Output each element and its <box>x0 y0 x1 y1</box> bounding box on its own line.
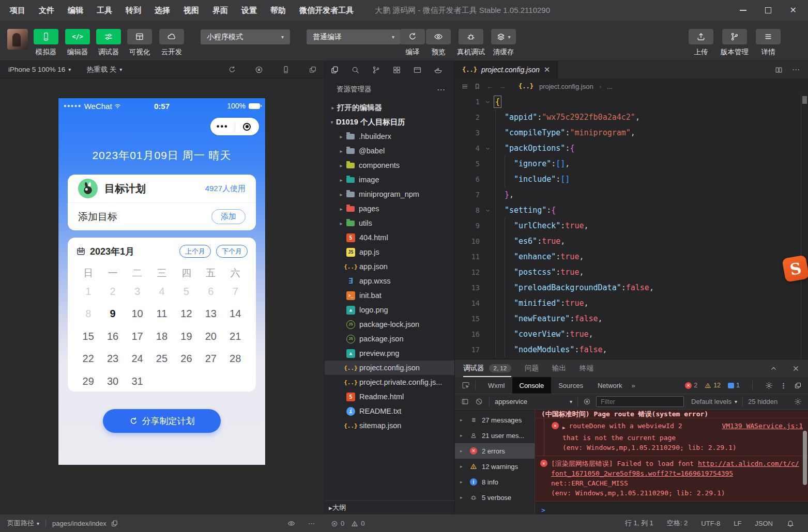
calendar-day[interactable]: 20 <box>199 331 223 342</box>
menu-item[interactable]: 视图 <box>177 0 206 21</box>
console-filter-8 info[interactable]: ▸i8 info <box>455 474 535 490</box>
menu-item[interactable]: 转到 <box>119 0 148 21</box>
calendar-day[interactable]: 7 <box>223 286 248 298</box>
inspect-icon[interactable] <box>455 381 470 389</box>
tree-file[interactable]: JSpackage.json <box>325 332 454 346</box>
code-line[interactable]: 15"newFeature": false, <box>455 311 801 326</box>
prev-month-button[interactable]: 上个月 <box>179 245 211 258</box>
menu-item[interactable]: 设置 <box>235 0 264 21</box>
tree-file[interactable]: 5404.html <box>325 230 454 245</box>
stop-icon[interactable] <box>255 66 263 74</box>
calendar-day[interactable]: 24 <box>125 353 149 365</box>
console-filter-27 messages[interactable]: ▸≡27 messages <box>455 412 535 428</box>
tree-folder[interactable]: ▸utils <box>325 216 454 230</box>
menu-item[interactable]: 文件 <box>32 0 61 21</box>
source-link[interactable]: VM139 WAService.js:1 <box>722 421 803 431</box>
console-filter-21 user mes...[interactable]: ▸21 user mes... <box>455 428 535 443</box>
preview-window-icon[interactable] <box>413 66 422 74</box>
indent-setting[interactable]: 空格: 2 <box>667 519 688 528</box>
device-select[interactable]: iPhone 5 100% 16▾ <box>8 66 71 73</box>
toolbar-button-上传[interactable]: 上传 <box>689 29 713 57</box>
eol[interactable]: LF <box>734 520 741 527</box>
next-month-button[interactable]: 下个月 <box>216 245 248 258</box>
search-icon[interactable] <box>351 66 360 74</box>
tree-file[interactable]: iREADME.txt <box>325 404 454 418</box>
calendar-day[interactable]: 30 <box>100 375 125 387</box>
tree-file[interactable]: >_init.bat <box>325 288 454 303</box>
calendar-day[interactable]: 19 <box>174 331 199 342</box>
calendar-day[interactable]: 2 <box>100 286 125 298</box>
expand-triangle-icon[interactable]: ▶ <box>562 423 565 433</box>
code-line[interactable]: 8"setting": { <box>455 202 801 218</box>
fold-icon[interactable] <box>480 146 495 151</box>
toolbar-button-模拟器[interactable]: 模拟器 <box>34 29 58 57</box>
kebab-menu-icon[interactable]: ⋮ <box>780 382 787 389</box>
status-more-icon[interactable]: ⋯ <box>308 514 315 532</box>
calendar-day[interactable]: 23 <box>100 353 125 365</box>
calendar-day[interactable]: 13 <box>199 308 223 320</box>
explorer-more-icon[interactable]: ⋯ <box>437 85 445 95</box>
devtools-tab-Sources[interactable]: Sources <box>551 377 590 394</box>
bookmark-icon[interactable] <box>474 83 481 90</box>
avatar[interactable] <box>7 29 28 50</box>
console-settings-gear-icon[interactable] <box>794 398 808 405</box>
collapse-panel-icon[interactable] <box>770 365 777 372</box>
calendar-day[interactable]: 12 <box>174 308 199 320</box>
refresh-icon[interactable] <box>228 66 236 74</box>
tree-folder[interactable]: ▸components <box>325 158 454 173</box>
add-goal-button[interactable]: 添加 <box>211 209 246 224</box>
calendar-day[interactable]: 28 <box>223 353 248 365</box>
live-expression-icon[interactable] <box>583 398 591 405</box>
levels-select[interactable]: Default levels▾ <box>691 398 737 405</box>
filter-input[interactable] <box>596 396 684 407</box>
toolbar-button-版本管理[interactable]: 版本管理 <box>721 29 749 57</box>
page-path-select[interactable]: 页面路径 ▾ <box>7 519 39 528</box>
console-filter-12 warnings[interactable]: ▸12 warnings <box>455 459 535 474</box>
split-editor-icon[interactable] <box>775 66 783 74</box>
tree-file[interactable]: {..}project.private.config.js... <box>325 375 454 389</box>
menu-item[interactable]: 编辑 <box>61 0 90 21</box>
editor-scrollbar[interactable] <box>801 94 808 359</box>
code-line[interactable]: 13"preloadBackgroundData": false, <box>455 280 801 295</box>
tree-folder[interactable]: ▸miniprogram_npm <box>325 187 454 201</box>
eye-icon[interactable] <box>287 514 295 532</box>
calendar-day[interactable]: 27 <box>199 353 223 365</box>
list-icon[interactable] <box>462 83 468 90</box>
calendar-day[interactable]: 1 <box>76 286 100 298</box>
files-icon[interactable] <box>330 66 339 74</box>
undock-icon[interactable] <box>794 382 802 389</box>
fold-icon[interactable] <box>480 99 495 105</box>
debugger-tab-问题[interactable]: 问题 <box>525 359 539 377</box>
calendar-day[interactable]: 26 <box>174 353 199 365</box>
code-line[interactable]: 6"include": [] <box>455 171 801 187</box>
capsule-home-icon[interactable] <box>235 123 260 131</box>
tree-file[interactable]: ▲logo.png <box>325 303 454 317</box>
calendar-day[interactable]: 8 <box>76 308 100 320</box>
devtools-tab-Network[interactable]: Network <box>590 377 630 394</box>
warning-count[interactable]: 12 <box>705 382 721 389</box>
close-panel-icon[interactable] <box>792 365 800 372</box>
code-line[interactable]: 11"enhance": true, <box>455 249 801 264</box>
tree-folder[interactable]: ▸pages <box>325 201 454 216</box>
copy-icon[interactable] <box>111 520 118 527</box>
code-line[interactable]: 4"packOptions": { <box>455 140 801 156</box>
source-control-icon[interactable] <box>372 66 380 74</box>
calendar-day[interactable]: 9 <box>100 308 125 320</box>
calendar-day[interactable]: 18 <box>149 331 174 342</box>
tree-file[interactable]: 5Readme.html <box>325 389 454 404</box>
calendar-day[interactable]: 21 <box>223 331 248 342</box>
share-plan-button[interactable]: 分享制定计划 <box>103 409 221 433</box>
toolbar-button-编译[interactable]: 编译 <box>400 29 425 57</box>
menu-item[interactable]: 项目 <box>3 0 32 21</box>
calendar-day[interactable]: 6 <box>199 286 223 298</box>
console-output[interactable]: (中国标准时间) Page route 错误(system error) ✕ ▶… <box>535 410 808 514</box>
toolbar-button-预览[interactable]: 预览 <box>426 29 451 57</box>
minimize-icon[interactable] <box>740 10 746 11</box>
menu-item[interactable]: 界面 <box>206 0 235 21</box>
toolbar-button-调试器[interactable]: 调试器 <box>96 29 121 57</box>
tree-folder[interactable]: ▸@babel <box>325 144 454 158</box>
forward-arrow-icon[interactable]: → <box>499 83 506 90</box>
calendar-day[interactable]: 4 <box>149 286 174 298</box>
maximize-icon[interactable] <box>765 7 771 13</box>
calendar-day[interactable]: 15 <box>76 331 100 342</box>
